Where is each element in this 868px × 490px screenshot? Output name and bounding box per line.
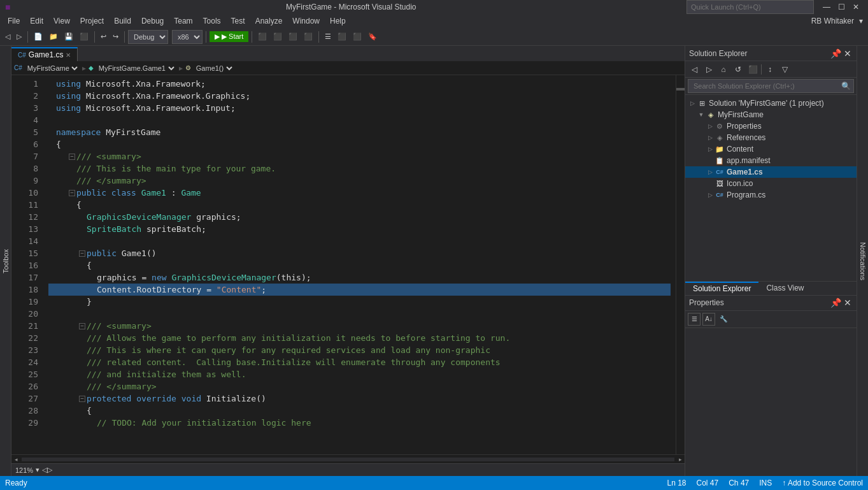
tree-expand-arrow[interactable] (706, 156, 715, 165)
scroll-thumb[interactable] (676, 88, 685, 90)
menu-build[interactable]: Build (109, 15, 136, 27)
class-select[interactable]: MyFirstGame.Game1 (96, 62, 176, 74)
se-search-input[interactable] (691, 79, 841, 93)
horizontal-scrollbar[interactable]: ◂ ▸ (11, 454, 685, 463)
se-home-button[interactable]: ⌂ (717, 63, 730, 76)
tree-item[interactable]: ▷⊞Solution 'MyFirstGame' (1 project) (685, 97, 857, 109)
quick-launch-input[interactable] (687, 0, 814, 14)
menu-window[interactable]: Window (287, 15, 325, 27)
tab-close-icon[interactable]: ✕ (66, 52, 71, 59)
user-dropdown-icon[interactable]: ▾ (859, 17, 863, 25)
se-filter-button[interactable]: ▽ (778, 63, 791, 76)
menu-project[interactable]: Project (75, 15, 109, 27)
tree-item[interactable]: 📋app.manifest (685, 155, 857, 166)
tree-item[interactable]: ▷C#Program.cs (685, 189, 857, 201)
right-panel: Solution Explorer 📌 ✕ ◁ ▷ ⌂ ↺ ⬛ ↕ ▽ 🔍 ▷⊞… (685, 46, 857, 476)
collapse-button[interactable]: − (79, 323, 85, 329)
menu-edit[interactable]: Edit (25, 15, 48, 27)
props-pages-button[interactable]: 🔧 (717, 313, 730, 326)
collapse-button[interactable]: − (79, 250, 85, 257)
code-line (48, 308, 671, 320)
collapse-button[interactable]: − (69, 190, 75, 196)
tree-expand-arrow[interactable]: ▷ (706, 133, 715, 142)
se-forward-button[interactable]: ▷ (702, 63, 715, 76)
tree-expand-arrow[interactable]: ▷ (706, 145, 715, 154)
props-category-button[interactable]: ☰ (688, 313, 701, 326)
uncomment-button[interactable]: ⬛ (350, 31, 364, 42)
menu-help[interactable]: Help (325, 15, 351, 27)
tree-expand-arrow[interactable]: ▷ (706, 191, 715, 199)
tree-item[interactable]: ▷◈References (685, 132, 857, 143)
se-close-button[interactable]: ✕ (844, 48, 851, 59)
maximize-button[interactable]: ☐ (834, 3, 849, 11)
format-button[interactable]: ☰ (322, 31, 334, 42)
menu-analyze[interactable]: Analyze (250, 15, 288, 27)
tree-item[interactable]: ▷C#Game1.cs (685, 166, 857, 178)
method-select[interactable]: Game1() (194, 62, 234, 74)
menu-tools[interactable]: Tools (198, 15, 226, 27)
step-into-button[interactable]: ⬛ (286, 31, 300, 42)
tree-expand-arrow[interactable]: ▼ (697, 110, 706, 119)
forward-button[interactable]: ▷ (14, 31, 24, 42)
minimize-button[interactable]: — (819, 3, 834, 11)
h-scroll-track[interactable] (22, 458, 674, 461)
breadcrumb: C# MyFirstGame ▸ ◆ MyFirstGame.Game1 ▸ ⚙… (11, 61, 685, 75)
pin-button[interactable]: 📌 (830, 48, 841, 59)
tab-solution-explorer[interactable]: Solution Explorer (685, 282, 758, 294)
debug-config-select[interactable]: Debug (128, 30, 168, 44)
tree-item[interactable]: ▷⚙Properties (685, 120, 857, 132)
save-button[interactable]: 💾 (62, 31, 76, 42)
tree-expand-arrow[interactable]: ▷ (706, 122, 715, 131)
breakpoint-button[interactable]: ⬛ (255, 31, 269, 42)
code-content[interactable]: using Microsoft.Xna.Framework;using Micr… (43, 75, 676, 454)
platform-select[interactable]: x86 (172, 30, 203, 44)
props-pin-button[interactable]: 📌 (830, 298, 841, 308)
tree-item[interactable]: 🖼Icon.ico (685, 178, 857, 189)
tree-item-label: Content (727, 145, 753, 154)
bookmark-button[interactable]: 🔖 (366, 31, 380, 42)
menu-team[interactable]: Team (169, 15, 197, 27)
back-button[interactable]: ◁ (3, 31, 13, 42)
source-control-button[interactable]: ↑ Add to Source Control (782, 479, 863, 487)
tab-class-view[interactable]: Class View (758, 282, 811, 294)
scroll-left-button[interactable]: ◂ (11, 455, 20, 464)
menu-file[interactable]: File (3, 15, 25, 27)
menu-test[interactable]: Test (226, 15, 250, 27)
step-out-button[interactable]: ⬛ (301, 31, 315, 42)
scroll-right-button[interactable]: ▸ (676, 455, 685, 464)
tree-item[interactable]: ▷📁Content (685, 143, 857, 155)
close-button[interactable]: ✕ (849, 3, 863, 11)
tree-item[interactable]: ▼◈MyFirstGame (685, 109, 857, 120)
zoom-down-button[interactable]: ▾ (36, 466, 39, 474)
namespace-select[interactable]: MyFirstGame (25, 62, 80, 74)
se-back-button[interactable]: ◁ (688, 63, 701, 76)
tree-item-icon: ◈ (715, 133, 725, 143)
props-alpha-button[interactable]: A↓ (702, 313, 715, 326)
props-close-button[interactable]: ✕ (844, 298, 851, 308)
collapse-button[interactable]: − (79, 396, 85, 402)
se-stop-button[interactable]: ⬛ (746, 63, 759, 76)
comment-button[interactable]: ⬛ (335, 31, 349, 42)
step-over-button[interactable]: ⬛ (271, 31, 285, 42)
vertical-scrollbar[interactable] (676, 75, 685, 454)
se-refresh-button[interactable]: ↺ (732, 63, 744, 76)
save-all-button[interactable]: ⬛ (77, 31, 91, 42)
notifications-tab[interactable]: Notifications (857, 46, 868, 476)
menu-debug[interactable]: Debug (136, 15, 169, 27)
zoom-slider[interactable]: ◁▷ (42, 466, 52, 474)
se-sync-button[interactable]: ↕ (764, 63, 776, 76)
new-file-button[interactable]: 📄 (31, 31, 45, 42)
tree-expand-arrow[interactable] (706, 179, 715, 188)
tree-expand-arrow[interactable]: ▷ (688, 99, 697, 108)
undo-button[interactable]: ↩ (98, 31, 109, 42)
code-editor[interactable]: 1234567891011121314151617181920212223242… (11, 75, 685, 454)
editor-tab-game1cs[interactable]: C# Game1.cs ✕ (11, 47, 78, 61)
redo-button[interactable]: ↪ (110, 31, 121, 42)
panel-bottom-tabs: Solution Explorer Class View (685, 281, 857, 295)
toolbox-tab[interactable]: Toolbox (0, 46, 11, 476)
menu-view[interactable]: View (48, 15, 75, 27)
open-file-button[interactable]: 📁 (46, 31, 60, 42)
start-button[interactable]: ▶ ▶ Start (210, 31, 248, 42)
tree-expand-arrow[interactable]: ▷ (706, 168, 715, 177)
collapse-button[interactable]: − (69, 154, 75, 160)
